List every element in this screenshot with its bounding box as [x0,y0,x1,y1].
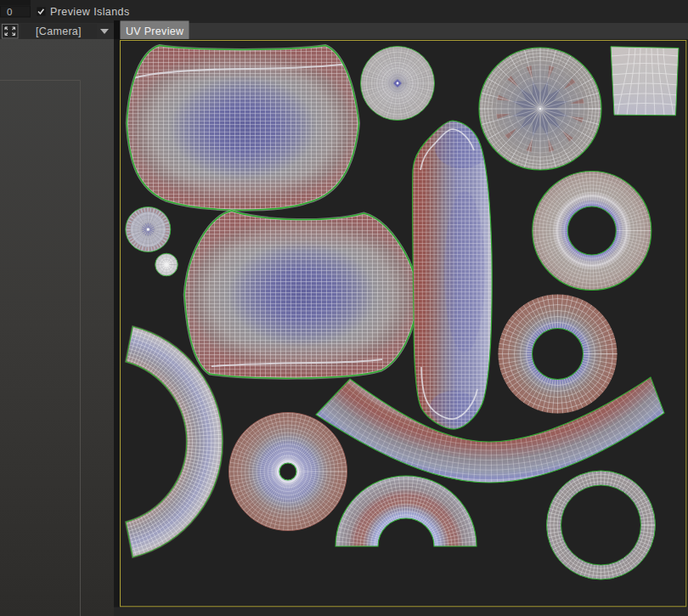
svg-text:Preview Islands: Preview Islands [50,6,130,18]
svg-text:UV Preview: UV Preview [126,25,184,37]
svg-text:0: 0 [7,7,12,17]
svg-text:[Camera]: [Camera] [36,25,82,37]
